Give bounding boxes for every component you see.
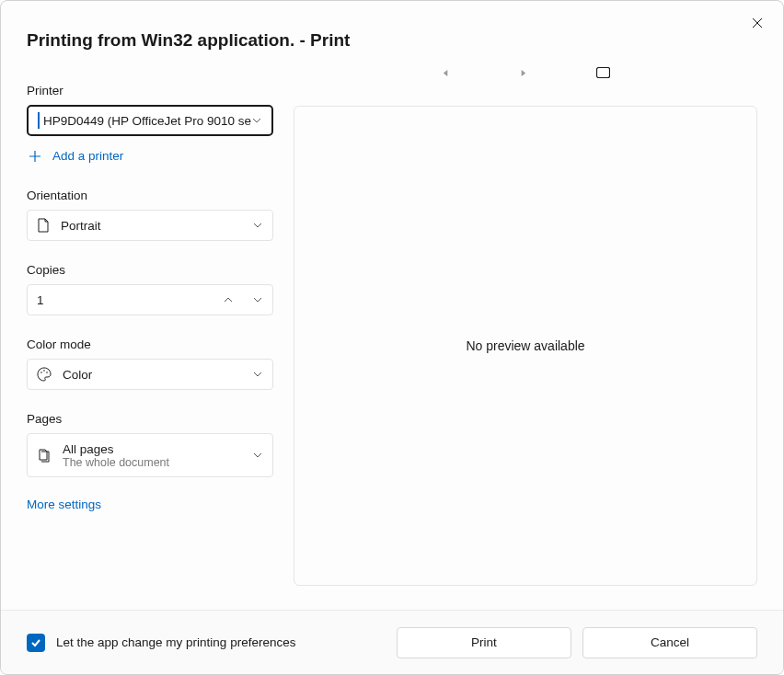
add-printer-link[interactable]: Add a printer bbox=[27, 145, 273, 166]
palette-icon bbox=[37, 367, 52, 382]
svg-point-1 bbox=[43, 370, 45, 372]
no-preview-text: No preview available bbox=[466, 338, 584, 353]
add-printer-label: Add a printer bbox=[52, 149, 123, 163]
copies-label: Copies bbox=[27, 263, 273, 277]
preferences-checkbox-label: Let the app change my printing preferenc… bbox=[56, 635, 386, 649]
printer-selected-value: HP9D0449 (HP OfficeJet Pro 9010 se bbox=[43, 114, 251, 128]
color-mode-label: Color mode bbox=[27, 338, 273, 351]
svg-rect-3 bbox=[596, 68, 609, 78]
printer-select[interactable]: HP9D0449 (HP OfficeJet Pro 9010 se bbox=[27, 105, 273, 136]
preview-area: No preview available bbox=[294, 106, 757, 586]
triangle-left-icon bbox=[442, 69, 450, 77]
plus-icon bbox=[29, 150, 41, 163]
pages-select[interactable]: All pages The whole document bbox=[27, 433, 273, 477]
chevron-down-icon[interactable] bbox=[252, 294, 263, 305]
color-mode-select[interactable]: Color bbox=[27, 359, 273, 390]
close-button[interactable] bbox=[744, 10, 770, 36]
chevron-down-icon bbox=[252, 220, 263, 231]
pages-label: Pages bbox=[27, 412, 273, 426]
preview-prev-button[interactable] bbox=[442, 66, 455, 79]
portrait-icon bbox=[37, 218, 50, 233]
orientation-label: Orientation bbox=[27, 189, 273, 202]
cancel-button[interactable]: Cancel bbox=[582, 627, 757, 658]
triangle-right-icon bbox=[519, 69, 527, 77]
check-icon bbox=[30, 637, 41, 648]
orientation-value: Portrait bbox=[61, 219, 252, 233]
chevron-down-icon bbox=[252, 369, 263, 380]
copies-spinner[interactable]: 1 bbox=[27, 284, 273, 315]
settings-panel: Printer HP9D0449 (HP OfficeJet Pro 9010 … bbox=[27, 51, 273, 610]
color-mode-value: Color bbox=[63, 368, 252, 382]
chevron-up-icon[interactable] bbox=[223, 294, 234, 305]
svg-point-2 bbox=[46, 372, 48, 373]
text-cursor bbox=[38, 112, 40, 129]
dialog-footer: Let the app change my printing preferenc… bbox=[1, 610, 783, 674]
print-button[interactable]: Print bbox=[397, 627, 571, 658]
preview-panel: No preview available bbox=[294, 51, 757, 610]
dialog-title: Printing from Win32 application. - Print bbox=[27, 30, 757, 51]
preferences-checkbox[interactable] bbox=[27, 634, 45, 652]
preview-next-button[interactable] bbox=[519, 66, 532, 79]
pages-secondary: The whole document bbox=[63, 456, 252, 469]
orientation-select[interactable]: Portrait bbox=[27, 210, 273, 241]
more-settings-link[interactable]: More settings bbox=[27, 498, 273, 511]
svg-point-0 bbox=[40, 372, 42, 373]
pages-icon bbox=[37, 448, 50, 463]
fit-page-icon bbox=[596, 67, 610, 78]
pages-primary: All pages bbox=[63, 442, 252, 456]
chevron-down-icon bbox=[251, 115, 262, 126]
preview-fit-button[interactable] bbox=[596, 67, 610, 78]
close-icon bbox=[752, 17, 763, 29]
printer-label: Printer bbox=[27, 84, 273, 97]
copies-value: 1 bbox=[37, 293, 223, 307]
chevron-down-icon bbox=[252, 450, 263, 461]
